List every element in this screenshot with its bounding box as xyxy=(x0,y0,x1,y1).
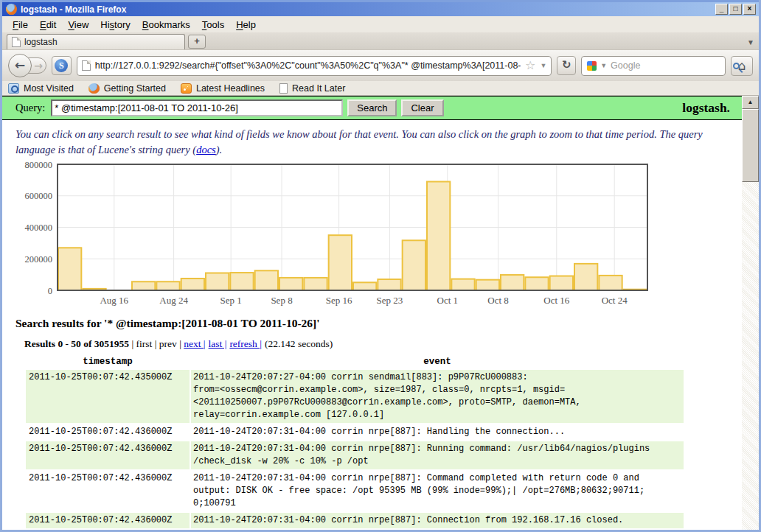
url-dropdown-icon[interactable]: ▼ xyxy=(540,62,546,69)
event-cell[interactable]: 2011-10-24T20:07:31-04:00 corrin nrpe[88… xyxy=(191,513,684,528)
histogram-bar[interactable] xyxy=(206,273,229,290)
close-button[interactable]: × xyxy=(743,4,756,15)
histogram-bar[interactable] xyxy=(132,281,155,290)
timestamp-cell[interactable]: 2011-10-25T00:07:42.435000Z xyxy=(26,370,190,423)
pagination-link-refresh[interactable]: refresh | xyxy=(229,338,262,349)
search-bar[interactable]: ▼ xyxy=(581,56,726,76)
menu-view[interactable]: View xyxy=(62,18,94,32)
event-cell[interactable]: 2011-10-24T20:07:31-04:00 corrin nrpe[88… xyxy=(191,471,684,511)
vertical-scrollbar[interactable]: ▲ xyxy=(742,96,759,530)
bookmark-label: Latest Headlines xyxy=(196,83,265,94)
tab-bar: logstash + ▼ xyxy=(2,32,759,50)
bookmark-read-it-later[interactable]: Read It Later xyxy=(279,83,345,94)
timestamp-cell[interactable]: 2011-10-25T00:07:42.436000Z xyxy=(26,441,190,469)
axis-tick-label: Aug 24 xyxy=(159,295,188,306)
web-search-input[interactable] xyxy=(611,60,729,71)
histogram-bar[interactable] xyxy=(378,279,400,290)
histogram-bar[interactable] xyxy=(279,278,302,290)
column-header-timestamp: timestamp xyxy=(26,356,190,368)
histogram-bar[interactable] xyxy=(525,277,548,290)
search-magnifier-icon[interactable] xyxy=(733,63,740,69)
menu-tools[interactable]: Tools xyxy=(196,18,230,32)
event-cell[interactable]: 2011-10-24T20:07:31-04:00 corrin nrpe[88… xyxy=(191,424,684,440)
window-title: logstash - Mozilla Firefox xyxy=(21,4,715,15)
browser-window: logstash - Mozilla Firefox _ □ × FileEdi… xyxy=(0,0,761,532)
table-row[interactable]: 2011-10-25T00:07:42.436000Z2011-10-24T20… xyxy=(26,471,684,511)
pagination-link-last[interactable]: last | xyxy=(209,338,227,349)
histogram-bar[interactable] xyxy=(181,279,204,290)
site-identity-icon[interactable] xyxy=(82,60,91,71)
bm-page-icon xyxy=(279,83,288,94)
histogram-bar[interactable] xyxy=(230,273,253,290)
axis-tick-label: Oct 8 xyxy=(487,295,509,306)
bookmark-label: Read It Later xyxy=(292,83,345,94)
menu-history[interactable]: History xyxy=(94,18,136,32)
url-bar[interactable]: ☆ ▼ xyxy=(77,56,552,76)
timestamp-cell[interactable]: 2011-10-25T00:07:42.436000Z xyxy=(26,513,190,528)
bookmark-most-visited[interactable]: Most Visited xyxy=(8,83,74,94)
timestamp-cell[interactable]: 2011-10-25T00:07:42.436000Z xyxy=(26,424,190,440)
minimize-button[interactable]: _ xyxy=(715,4,728,15)
histogram-bar[interactable] xyxy=(403,240,425,290)
histogram-bar[interactable] xyxy=(599,276,622,290)
session-manager-button[interactable]: S xyxy=(52,56,72,75)
bookmark-label: Most Visited xyxy=(24,83,74,94)
histogram-bar[interactable] xyxy=(550,276,573,290)
event-cell[interactable]: 2011-10-24T20:07:27-04:00 corrin sendmai… xyxy=(191,370,684,423)
pagination: Results 0 - 50 of 3051955 | first | prev… xyxy=(24,338,742,350)
histogram-bar[interactable] xyxy=(501,275,524,290)
title-bar[interactable]: logstash - Mozilla Firefox _ □ × xyxy=(2,0,759,16)
histogram-bar[interactable] xyxy=(451,279,474,290)
axis-tick-label: Oct 1 xyxy=(437,295,459,306)
histogram-bar[interactable] xyxy=(353,282,376,290)
bookmark-getting-started[interactable]: Getting Started xyxy=(88,83,166,94)
table-row[interactable]: 2011-10-25T00:07:42.436000Z2011-10-24T20… xyxy=(26,424,684,440)
axis-tick-label: Aug 16 xyxy=(100,295,128,306)
list-all-tabs-icon[interactable]: ▼ xyxy=(747,38,754,46)
histogram-bar[interactable] xyxy=(58,248,81,290)
scroll-up-icon[interactable]: ▲ xyxy=(742,96,759,109)
docs-link[interactable]: docs xyxy=(196,144,216,155)
histogram-bar[interactable] xyxy=(255,270,278,290)
page-content: Query: Search Clear logstash. You can cl… xyxy=(2,96,742,530)
histogram-chart[interactable]: 0200000400000600000800000Aug 16Aug 24Sep… xyxy=(22,162,659,308)
query-bar: Query: Search Clear logstash. xyxy=(2,96,742,120)
histogram-bar[interactable] xyxy=(329,235,352,290)
back-button[interactable]: ← xyxy=(8,54,32,77)
tab-logstash[interactable]: logstash xyxy=(7,34,185,49)
histogram-bar[interactable] xyxy=(476,280,499,290)
histogram-bar[interactable] xyxy=(156,281,179,290)
clear-button[interactable]: Clear xyxy=(401,99,443,116)
bookmark-label: Getting Started xyxy=(104,83,166,94)
url-input[interactable] xyxy=(95,60,521,71)
query-input[interactable] xyxy=(51,99,343,116)
menu-bookmarks[interactable]: Bookmarks xyxy=(136,18,196,32)
histogram-bar[interactable] xyxy=(427,182,450,290)
scrollbar-thumb[interactable] xyxy=(742,109,759,182)
menu-edit[interactable]: Edit xyxy=(34,18,62,32)
table-row[interactable]: 2011-10-25T00:07:42.435000Z2011-10-24T20… xyxy=(26,370,684,423)
axis-tick-label: 800000 xyxy=(25,162,53,170)
axis-tick-label: Oct 16 xyxy=(543,295,570,306)
reload-button[interactable]: ↻ xyxy=(557,56,576,75)
menu-file[interactable]: File xyxy=(7,18,34,32)
results-header: Search results for '* @timestamp:[2011-0… xyxy=(15,317,742,330)
event-cell[interactable]: 2011-10-24T20:07:31-04:00 corrin nrpe[88… xyxy=(191,441,684,469)
bm-firefox-icon xyxy=(88,83,100,94)
intro-text: You can click on any search result to se… xyxy=(15,127,712,158)
search-button[interactable]: Search xyxy=(347,99,397,116)
timestamp-cell[interactable]: 2011-10-25T00:07:42.436000Z xyxy=(26,471,190,511)
menu-help[interactable]: Help xyxy=(230,18,262,32)
menu-bar: FileEditViewHistoryBookmarksToolsHelp xyxy=(2,16,759,32)
pagination-link-next[interactable]: next | xyxy=(184,338,205,349)
bookmark-star-icon[interactable]: ☆ xyxy=(525,60,535,71)
maximize-button[interactable]: □ xyxy=(729,4,742,15)
histogram-bar[interactable] xyxy=(574,264,597,290)
new-tab-button[interactable]: + xyxy=(188,35,206,49)
table-row[interactable]: 2011-10-25T00:07:42.436000Z2011-10-24T20… xyxy=(26,441,684,469)
histogram-bar[interactable] xyxy=(304,278,327,290)
google-logo-icon[interactable] xyxy=(587,61,597,71)
table-row[interactable]: 2011-10-25T00:07:42.436000Z2011-10-24T20… xyxy=(26,513,684,528)
search-engine-dropdown-icon[interactable]: ▼ xyxy=(600,62,607,69)
bookmark-latest-headlines[interactable]: Latest Headlines xyxy=(181,83,265,94)
